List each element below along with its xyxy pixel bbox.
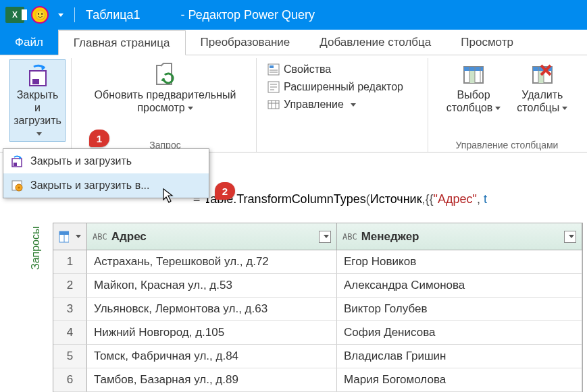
header-manager[interactable]: ABC Менеджер (337, 223, 582, 250)
choose-columns-icon (460, 61, 487, 88)
qat-dropdown-icon[interactable] (58, 13, 63, 17)
chevron-down-icon (562, 107, 567, 110)
cell-address: Майкоп, Красная ул., д.53 (87, 274, 337, 298)
header-manager-label: Менеджер (361, 230, 419, 244)
chevron-down-icon (36, 132, 42, 136)
smiley-icon[interactable]: 🙂 (31, 6, 49, 24)
table-row[interactable]: 3Ульяновск, Лермонтова ул., д.63Виктор Г… (53, 298, 582, 321)
cursor-icon (162, 188, 176, 204)
remove-l2: столбцы (517, 102, 559, 113)
tab-view[interactable]: Просмотр (446, 30, 528, 55)
table-row[interactable]: 6Тамбов, Базарная ул., д.89Мария Богомол… (53, 368, 582, 392)
tab-transform[interactable]: Преобразование (186, 30, 305, 55)
manage-icon (267, 99, 280, 111)
close-l1: Закрыть и (17, 89, 59, 113)
grid-header-row: ABC Адрес ABC Менеджер (53, 223, 582, 250)
advanced-editor-label: Расширенный редактор (284, 81, 403, 93)
row-number: 4 (53, 321, 87, 345)
dd-close-and-load-to[interactable]: Закрыть и загрузить в... (3, 173, 209, 198)
properties-button[interactable]: Свойства (265, 62, 422, 77)
choose-l2: столбцов (446, 102, 493, 113)
advanced-editor-button[interactable]: Расширенный редактор (265, 80, 422, 94)
row-number: 3 (53, 298, 87, 321)
cell-address: Нижний Новгород, д.105 (87, 321, 337, 345)
tab-home[interactable]: Главная страница (58, 30, 186, 55)
callout-2: 2 (215, 182, 235, 200)
table-row[interactable]: 4Нижний Новгород, д.105София Денисова (53, 321, 582, 345)
row-number: 5 (53, 345, 87, 368)
ribbon-tabs: Файл Главная страница Преобразование Доб… (0, 30, 587, 55)
table-icon (59, 231, 69, 243)
close-and-load-button[interactable]: Закрыть изагрузить (9, 59, 66, 142)
properties-icon (267, 63, 280, 76)
cell-manager: София Денисова (337, 321, 582, 345)
row-number: 6 (53, 368, 87, 392)
chevron-down-icon (569, 235, 574, 238)
header-address[interactable]: ABC Адрес (87, 223, 337, 250)
chevron-down-icon (324, 235, 329, 238)
remove-columns-icon (529, 61, 556, 88)
chevron-down-icon (76, 235, 81, 238)
dd-close-and-load[interactable]: Закрыть и загрузить (3, 149, 209, 173)
close-load-small-icon (10, 155, 24, 168)
remove-columns-button[interactable]: Удалитьстолбцы (513, 59, 571, 116)
svg-rect-11 (268, 101, 279, 109)
chevron-down-icon (188, 107, 193, 110)
dd-item2-label: Закрыть и загрузить в... (30, 179, 149, 192)
choose-l1: Выбор (457, 89, 490, 101)
queries-pane-label[interactable]: Запросы (30, 226, 42, 270)
cell-address: Томск, Фабричная ул., д.84 (87, 345, 337, 368)
filter-manager-button[interactable] (564, 231, 576, 243)
window-title-app: - Редактор Power Query (181, 8, 315, 22)
chevron-down-icon (495, 107, 501, 110)
choose-columns-button[interactable]: Выборстолбцов (443, 59, 505, 116)
type-badge-text: ABC (93, 232, 107, 242)
cell-manager: Владислав Гришин (337, 345, 582, 368)
table-row[interactable]: 1Астрахань, Терешковой ул., д.72Егор Нов… (53, 250, 582, 274)
dd-item1-label: Закрыть и загрузить (30, 155, 132, 167)
svg-rect-1 (32, 79, 39, 84)
close-load-to-small-icon (10, 179, 24, 192)
tab-file[interactable]: Файл (0, 30, 58, 55)
group-columns: Выборстолбцов Удалитьстолбцы Управление … (431, 58, 583, 152)
svg-rect-4 (270, 65, 274, 68)
cell-manager: Егор Новиков (337, 250, 582, 274)
cell-manager: Виктор Голубев (337, 298, 582, 321)
excel-icon: X (5, 7, 24, 23)
tab-addcolumn[interactable]: Добавление столбца (305, 30, 446, 55)
group-query-sub: Свойства Расширенный редактор Управление (259, 58, 428, 152)
refresh-icon (151, 61, 178, 88)
row-number: 2 (53, 274, 87, 298)
refresh-preview-button[interactable]: Обновить предварительныйпросмотр (91, 59, 240, 116)
manage-label: Управление (284, 99, 344, 111)
header-address-label: Адрес (111, 230, 147, 244)
close-load-dropdown: Закрыть и загрузить Закрыть и загрузить … (3, 148, 209, 198)
cell-address: Астрахань, Терешковой ул., д.72 (87, 250, 337, 274)
callout-1: 1 (89, 130, 109, 147)
row-number: 1 (53, 250, 87, 274)
table-row[interactable]: 2Майкоп, Красная ул., д.53Александра Сим… (53, 274, 582, 298)
manage-button[interactable]: Управление (265, 97, 422, 112)
chevron-down-icon (351, 103, 356, 107)
group-columns-label: Управление столбцами (456, 140, 559, 150)
cell-address: Тамбов, Базарная ул., д.89 (87, 368, 337, 392)
refresh-l1: Обновить предварительный (95, 89, 236, 101)
formula-bar[interactable]: = ɪable.TransformColumnTypes(Источник,{{… (193, 192, 583, 206)
remove-l1: Удалить (521, 89, 563, 101)
qat-separator (74, 7, 75, 22)
filter-address-button[interactable] (319, 231, 331, 243)
svg-rect-29 (14, 163, 17, 166)
cell-address: Ульяновск, Лермонтова ул., д.63 (87, 298, 337, 321)
svg-point-32 (18, 187, 20, 189)
data-grid: ABC Адрес ABC Менеджер 1Астрахань, Тереш… (53, 223, 583, 392)
table-row[interactable]: 5Томск, Фабричная ул., д.84Владислав Гри… (53, 345, 582, 368)
svg-rect-17 (469, 71, 475, 83)
close-load-icon (24, 61, 51, 88)
formula-code: ɪable.TransformColumnTypes(Источник,{{"А… (205, 192, 487, 206)
refresh-l2: просмотр (137, 102, 184, 113)
close-l2: загрузить (14, 115, 61, 126)
cell-manager: Мария Богомолова (337, 368, 582, 392)
type-badge-text: ABC (342, 232, 357, 242)
header-rownum[interactable] (53, 223, 87, 250)
ribbon: Закрыть изагрузить Обновить предваритель… (0, 55, 587, 152)
